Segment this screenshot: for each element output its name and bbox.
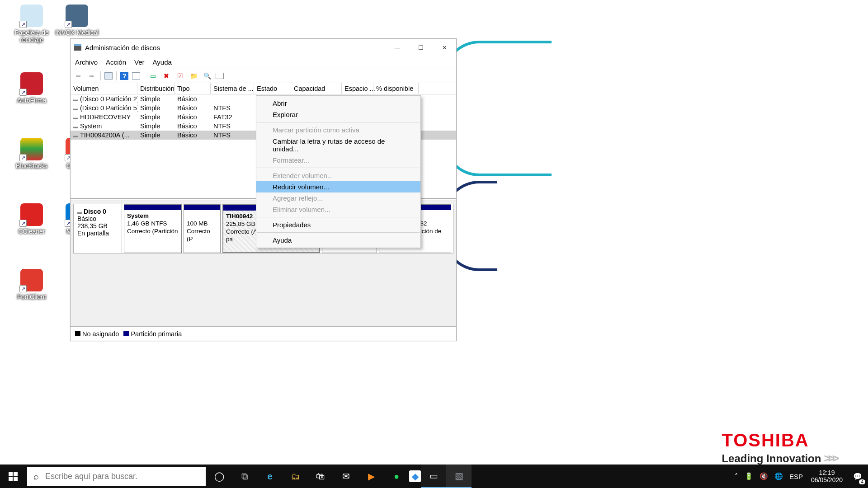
menu-item[interactable]: Archivo: [75, 58, 98, 66]
toolbar-icon[interactable]: ▭: [148, 71, 158, 81]
terminal-icon[interactable]: ▭: [421, 465, 446, 488]
column-header[interactable]: Espacio ...: [342, 83, 373, 94]
forward-button[interactable]: ➡: [87, 71, 97, 81]
action-center-icon[interactable]: 💬4: [847, 465, 868, 488]
battery-icon[interactable]: 🔋: [745, 472, 753, 480]
show-hide-tree-icon[interactable]: [104, 72, 113, 80]
brand-text: TOSHIBA: [722, 430, 836, 450]
column-header[interactable]: Sistema de ...: [211, 83, 254, 94]
wallpaper-curve: [443, 41, 552, 176]
shortcut-arrow-icon: ↗: [19, 21, 27, 28]
menu-item[interactable]: Ver: [134, 58, 145, 66]
desktop-icon-label: INVOX Medical: [54, 29, 99, 36]
titlebar[interactable]: Administración de discos — ☐ ✕: [71, 39, 456, 56]
toolbar-icon[interactable]: [132, 72, 140, 80]
clock[interactable]: 12:19 06/05/2020: [807, 469, 847, 483]
legend-swatch-primary: [123, 331, 129, 336]
edge-icon[interactable]: e: [257, 465, 283, 488]
context-menu-item[interactable]: Abrir: [256, 98, 420, 109]
column-header[interactable]: Distribución: [137, 83, 175, 94]
shortcut-arrow-icon: ↗: [19, 220, 27, 227]
disk-label[interactable]: Disco 0 Básico 238,35 GB En pantalla: [74, 204, 122, 253]
close-button[interactable]: ✕: [433, 39, 456, 56]
context-menu-item: Agregar reflejo...: [256, 192, 420, 204]
desktop-icon-label: CCleaner: [9, 228, 54, 235]
spotify-icon[interactable]: ●: [384, 465, 409, 488]
maximize-button[interactable]: ☐: [409, 39, 433, 56]
desktop-icon[interactable]: ↗AutoFirma: [9, 72, 54, 104]
desktop-icon-label: Papelera de reciclaje: [9, 29, 54, 43]
mail-icon[interactable]: ✉: [333, 465, 359, 488]
desktop-icon-label: FortiClient: [9, 293, 54, 300]
search-box[interactable]: ⌕: [27, 467, 206, 486]
app-icon: ↗: [20, 269, 43, 291]
toolbar-icon[interactable]: 🔍: [202, 71, 212, 81]
partition[interactable]: 100 MBCorrecto (P: [184, 204, 221, 253]
legend: No asignado Partición primaria: [71, 326, 456, 341]
back-button[interactable]: ⬅: [73, 71, 83, 81]
context-menu-item[interactable]: Reducir volumen...: [256, 181, 420, 192]
disk-management-taskbar-icon[interactable]: ▧: [446, 465, 472, 488]
app-icon: ↗: [20, 5, 43, 27]
system-tray[interactable]: ˄ 🔋 🔇 🌐 ESP: [735, 472, 807, 480]
tray-chevron-icon[interactable]: ˄: [735, 472, 738, 480]
help-icon[interactable]: ?: [120, 72, 128, 80]
desktop-icon[interactable]: ↗BlueStacks: [9, 138, 54, 169]
column-header[interactable]: Estado: [254, 83, 291, 94]
dropbox-icon[interactable]: ◆: [409, 470, 421, 482]
context-menu-item: Extender volumen...: [256, 170, 420, 181]
menu-item[interactable]: Ayuda: [153, 58, 172, 66]
file-explorer-icon[interactable]: 🗂: [283, 465, 308, 488]
column-header[interactable]: Capacidad: [291, 83, 342, 94]
window-title: Administración de discos: [85, 44, 386, 52]
desktop-icon[interactable]: ↗Papelera de reciclaje: [9, 5, 54, 43]
context-menu-item[interactable]: Propiedades: [256, 219, 420, 230]
toolbar-icon[interactable]: ☑: [175, 71, 185, 81]
volume-list-header[interactable]: VolumenDistribuciónTipoSistema de ...Est…: [71, 83, 456, 94]
toolbar-icon[interactable]: [216, 73, 224, 79]
menu-item[interactable]: Acción: [106, 58, 126, 66]
desktop-icon[interactable]: ↗FortiClient: [9, 269, 54, 300]
store-icon[interactable]: 🛍: [308, 465, 333, 488]
app-icon: [74, 44, 81, 51]
shortcut-arrow-icon: ↗: [65, 21, 72, 28]
search-icon: ⌕: [33, 471, 39, 482]
context-menu-item: Eliminar volumen...: [256, 204, 420, 215]
shortcut-arrow-icon: ↗: [19, 154, 27, 161]
taskbar: ⌕ ◯ ⧉ e 🗂 🛍 ✉ ▶ ● ◆ ▭ ▧ ˄ 🔋 🔇 🌐 ESP 12:1…: [0, 465, 868, 488]
tagline-text: Leading Innovation>>>: [722, 451, 836, 465]
language-indicator[interactable]: ESP: [789, 473, 803, 480]
app-icon: ↗: [20, 138, 43, 160]
column-header[interactable]: Tipo: [175, 83, 211, 94]
search-input[interactable]: [45, 472, 199, 481]
context-menu-item[interactable]: Ayuda: [256, 235, 420, 246]
cortana-icon[interactable]: ◯: [207, 465, 232, 488]
wallpaper-logo: TOSHIBA Leading Innovation>>>: [722, 430, 836, 465]
desktop-icon[interactable]: ↗CCleaner: [9, 203, 54, 235]
task-view-icon[interactable]: ⧉: [232, 465, 257, 488]
desktop-icon[interactable]: ↗INVOX Medical: [54, 5, 99, 36]
app-icon: ↗: [66, 5, 88, 27]
minimize-button[interactable]: —: [386, 39, 409, 56]
context-menu-item: Marcar partición como activa: [256, 124, 420, 136]
app-icon: ↗: [20, 203, 43, 226]
volume-icon[interactable]: 🔇: [760, 472, 768, 480]
partition[interactable]: System1,46 GB NTFSCorrecto (Partición: [124, 204, 182, 253]
legend-swatch-unallocated: [75, 331, 80, 336]
column-header[interactable]: Volumen: [71, 83, 137, 94]
network-icon[interactable]: 🌐: [774, 472, 783, 480]
context-menu-item: Formatear...: [256, 155, 420, 166]
app-icon: ↗: [20, 72, 43, 95]
shortcut-arrow-icon: ↗: [19, 89, 27, 96]
start-button[interactable]: [0, 465, 26, 488]
context-menu-item[interactable]: Explorar: [256, 109, 420, 120]
delete-icon[interactable]: ✖: [161, 71, 171, 81]
context-menu: AbrirExplorarMarcar partición como activ…: [256, 95, 421, 248]
shortcut-arrow-icon: ↗: [19, 285, 27, 292]
toolbar-icon[interactable]: 📁: [189, 71, 198, 81]
media-player-icon[interactable]: ▶: [359, 465, 384, 488]
toolbar: ⬅ ➡ ? ▭ ✖ ☑ 📁 🔍: [71, 69, 456, 83]
column-header[interactable]: % disponible: [373, 83, 419, 94]
menubar: ArchivoAcciónVerAyuda: [71, 56, 456, 69]
context-menu-item[interactable]: Cambiar la letra y rutas de acceso de un…: [256, 136, 420, 155]
